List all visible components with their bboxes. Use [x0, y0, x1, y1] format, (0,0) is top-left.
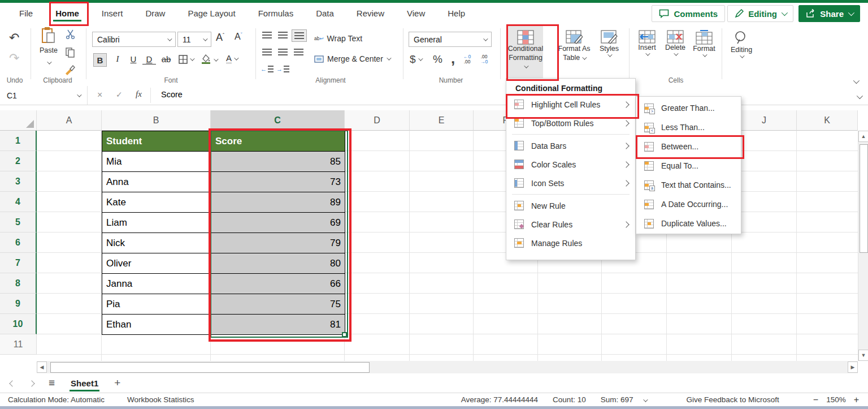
- tab-review[interactable]: Review: [345, 3, 396, 24]
- tab-home[interactable]: Home: [44, 3, 90, 24]
- cell-c8[interactable]: 66: [211, 274, 345, 294]
- tab-formulas[interactable]: Formulas: [247, 3, 305, 24]
- add-sheet-button[interactable]: +: [114, 377, 120, 389]
- italic-button[interactable]: I: [111, 54, 124, 64]
- menu-item-highlight-cell-rules[interactable]: Highlight Cell Rules: [506, 95, 635, 114]
- cell-c1[interactable]: Score: [211, 131, 345, 152]
- tab-insert[interactable]: Insert: [90, 3, 134, 24]
- status-average[interactable]: Average: 77.44444444: [461, 395, 538, 404]
- increase-indent-button[interactable]: →: [276, 63, 290, 75]
- tab-file[interactable]: File: [8, 3, 44, 24]
- column-header-a[interactable]: A: [37, 110, 102, 131]
- sheet-tab-sheet1[interactable]: Sheet1: [70, 375, 99, 391]
- cell-b7[interactable]: Oliver: [102, 253, 211, 274]
- top-align-button[interactable]: [260, 29, 274, 41]
- middle-align-button[interactable]: [276, 29, 290, 41]
- bottom-align-button[interactable]: [292, 29, 307, 42]
- submenu-item-duplicate-values[interactable]: Duplicate Values...: [636, 214, 741, 233]
- number-format-combobox[interactable]: General: [409, 32, 492, 47]
- column-header-c[interactable]: C: [211, 110, 345, 131]
- row-header-11[interactable]: 11: [0, 334, 37, 355]
- submenu-item-greater-than[interactable]: > Greater Than...: [636, 98, 741, 118]
- vertical-scrollbar[interactable]: ▲ ▼: [858, 131, 868, 361]
- format-cells-button[interactable]: Format: [690, 25, 718, 80]
- cell-c7[interactable]: 80: [211, 253, 345, 274]
- cut-button[interactable]: [66, 29, 75, 39]
- column-header-j[interactable]: J: [732, 110, 797, 131]
- align-left-button[interactable]: [260, 46, 274, 58]
- editing-group-button[interactable]: Editing: [726, 25, 757, 80]
- decrease-decimal-button[interactable]: .00→0: [480, 54, 488, 64]
- bold-button[interactable]: B: [93, 53, 107, 67]
- tab-data[interactable]: Data: [305, 3, 345, 24]
- insert-cells-button[interactable]: Insert: [633, 25, 661, 80]
- menu-item-new-rule[interactable]: New Rule: [506, 196, 635, 215]
- align-center-button[interactable]: [276, 46, 290, 58]
- conditional-formatting-button[interactable]: Conditional Formatting: [508, 25, 543, 80]
- row-header-3[interactable]: 3: [0, 171, 37, 192]
- editing-mode-button[interactable]: Editing: [727, 5, 793, 22]
- tab-help[interactable]: Help: [436, 3, 476, 24]
- menu-item-color-scales[interactable]: Color Scales: [506, 155, 635, 174]
- cell-c9[interactable]: 75: [211, 294, 345, 315]
- cell-c10[interactable]: 81: [211, 315, 345, 335]
- accounting-format-button[interactable]: $: [410, 53, 422, 66]
- submenu-item-less-than[interactable]: < Less Than...: [636, 118, 741, 137]
- align-right-button[interactable]: [292, 46, 306, 58]
- formula-bar-content[interactable]: Score: [161, 90, 183, 99]
- prev-sheet-button[interactable]: [10, 378, 15, 388]
- cell-c4[interactable]: 89: [211, 192, 345, 213]
- tab-draw[interactable]: Draw: [134, 3, 176, 24]
- fill-color-button[interactable]: [201, 54, 217, 66]
- font-size-combobox[interactable]: 11: [177, 32, 211, 47]
- menu-item-data-bars[interactable]: Data Bars: [506, 136, 635, 155]
- column-header-e[interactable]: E: [410, 110, 474, 131]
- font-color-button[interactable]: A: [226, 54, 237, 64]
- cell-b1[interactable]: Student: [102, 131, 211, 152]
- feedback-link[interactable]: Give Feedback to Microsoft: [686, 395, 779, 404]
- cell-b3[interactable]: Anna: [102, 172, 211, 192]
- row-header-9[interactable]: 9: [0, 294, 37, 314]
- column-header-b[interactable]: B: [102, 110, 211, 131]
- status-count[interactable]: Count: 10: [553, 395, 586, 404]
- double-underline-button[interactable]: D: [142, 54, 156, 64]
- insert-function-button[interactable]: fx: [136, 89, 142, 99]
- row-header-2[interactable]: 2: [0, 151, 37, 171]
- cell-b9[interactable]: Pia: [102, 294, 211, 315]
- underline-button[interactable]: U: [127, 54, 140, 64]
- cell-b4[interactable]: Kate: [102, 192, 211, 213]
- row-header-10[interactable]: 10: [0, 314, 37, 334]
- increase-font-size-button[interactable]: Aˆ: [216, 32, 224, 44]
- cell-styles-button[interactable]: Styles: [593, 25, 625, 80]
- expand-formula-bar-button[interactable]: [857, 91, 861, 101]
- cell-b2[interactable]: Mia: [102, 152, 211, 172]
- column-header-d[interactable]: D: [345, 110, 410, 131]
- submenu-item-text-that-contains[interactable]: a Text that Contains...: [636, 175, 741, 195]
- fill-handle[interactable]: [342, 332, 347, 337]
- cell-c2[interactable]: 85: [211, 152, 345, 172]
- redo-button[interactable]: ↷: [9, 51, 19, 66]
- submenu-item-between[interactable]: Between...: [636, 137, 741, 156]
- strikethrough-button[interactable]: ab: [159, 54, 173, 64]
- scroll-left-button[interactable]: ◀: [37, 361, 47, 373]
- row-header-5[interactable]: 5: [0, 212, 37, 233]
- cell-b6[interactable]: Nick: [102, 233, 211, 253]
- paste-button[interactable]: Paste: [35, 27, 62, 67]
- row-header-7[interactable]: 7: [0, 253, 37, 273]
- workbook-statistics-button[interactable]: Workbook Statistics: [127, 395, 194, 404]
- status-sum[interactable]: Sum: 697: [601, 395, 633, 404]
- calc-mode-status[interactable]: Calculation Mode: Automatic: [8, 395, 105, 404]
- zoom-out-button[interactable]: −: [813, 395, 818, 405]
- menu-item-clear-rules[interactable]: Clear Rules: [506, 215, 635, 234]
- cell-b8[interactable]: Janna: [102, 274, 211, 294]
- row-header-8[interactable]: 8: [0, 273, 37, 294]
- row-header-6[interactable]: 6: [0, 233, 37, 253]
- cell-c6[interactable]: 79: [211, 233, 345, 253]
- horizontal-scrollbar[interactable]: ◀ ▶: [37, 361, 858, 373]
- undo-button[interactable]: ↶: [9, 31, 19, 45]
- comma-style-button[interactable]: ,: [451, 50, 455, 67]
- copy-button[interactable]: [66, 48, 75, 58]
- cancel-button[interactable]: ×: [97, 90, 102, 100]
- comments-button[interactable]: Comments: [652, 5, 725, 22]
- horizontal-scroll-thumb[interactable]: [50, 362, 370, 373]
